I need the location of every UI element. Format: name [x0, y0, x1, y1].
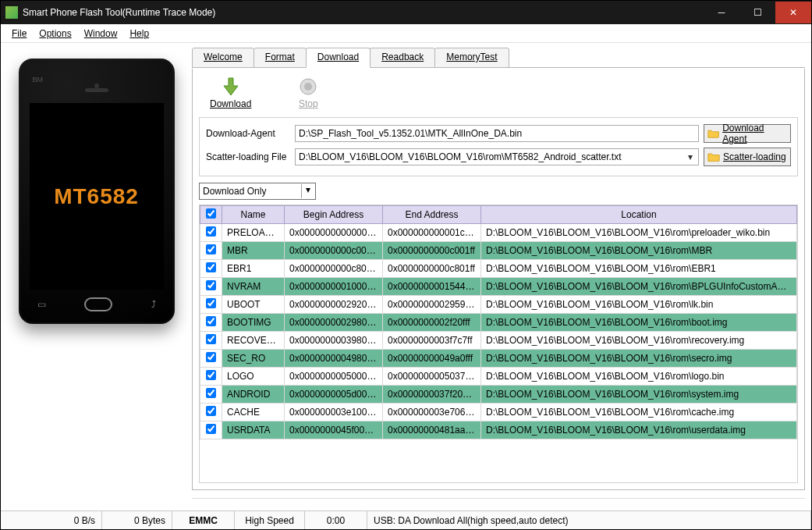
- col-name-header[interactable]: Name: [222, 206, 285, 224]
- row-checkbox[interactable]: [206, 280, 216, 290]
- row-checkbox[interactable]: [206, 244, 216, 254]
- row-checkbox[interactable]: [206, 370, 216, 380]
- menu-window[interactable]: Window: [78, 27, 124, 41]
- row-location: D:\BLOOM_V16\BLOOM_V16\BLOOM_V16\rom\pre…: [481, 224, 797, 242]
- row-end: 0x00000000481aa2af: [383, 422, 481, 439]
- tab-memorytest[interactable]: MemoryTest: [434, 48, 509, 68]
- tab-readback[interactable]: Readback: [370, 48, 435, 68]
- row-end: 0x000000003e706093: [383, 404, 481, 422]
- row-name: PRELOADER: [222, 224, 285, 242]
- row-end: 0x0000000000c801ff: [383, 260, 481, 278]
- chevron-down-icon: ▾: [301, 184, 314, 198]
- row-checkbox[interactable]: [206, 316, 216, 326]
- table-row[interactable]: CACHE 0x000000003e100000 0x000000003e706…: [200, 404, 797, 422]
- row-name: LOGO: [222, 368, 285, 386]
- row-location: D:\BLOOM_V16\BLOOM_V16\BLOOM_V16\rom\sec…: [481, 350, 797, 368]
- scatter-label: Scatter-loading File: [206, 151, 290, 162]
- row-checkbox[interactable]: [206, 388, 216, 398]
- row-name: CACHE: [222, 404, 285, 422]
- row-begin: 0x0000000001000000: [285, 278, 383, 296]
- row-end: 0x0000000003f7c7ff: [383, 332, 481, 350]
- row-begin: 0x0000000000c80000: [285, 260, 383, 278]
- row-begin: 0x0000000002920000: [285, 296, 383, 314]
- row-checkbox[interactable]: [206, 226, 216, 237]
- row-name: RECOVERY: [222, 332, 285, 350]
- row-checkbox[interactable]: [206, 352, 216, 362]
- phone-chip-label: MT6582: [54, 184, 139, 209]
- row-location: D:\BLOOM_V16\BLOOM_V16\BLOOM_V16\rom\cac…: [481, 404, 797, 422]
- close-button[interactable]: ✕: [775, 2, 811, 23]
- row-location: D:\BLOOM_V16\BLOOM_V16\BLOOM_V16\rom\sys…: [481, 386, 797, 404]
- tab-format[interactable]: Format: [254, 48, 307, 68]
- partition-table: Name Begin Address End Address Location …: [199, 205, 798, 483]
- row-location: D:\BLOOM_V16\BLOOM_V16\BLOOM_V16\rom\rec…: [481, 332, 797, 350]
- table-row[interactable]: MBR 0x0000000000c00000 0x0000000000c001f…: [200, 242, 797, 260]
- row-checkbox[interactable]: [206, 298, 216, 308]
- status-time: 0:00: [305, 511, 367, 529]
- menu-file[interactable]: File: [5, 27, 33, 41]
- svg-marker-0: [224, 78, 238, 95]
- col-end-header[interactable]: End Address: [383, 206, 481, 224]
- table-row[interactable]: NVRAM 0x0000000001000000 0x0000000001544…: [200, 278, 797, 296]
- download-agent-button[interactable]: Download Agent: [704, 124, 791, 143]
- table-row[interactable]: RECOVERY 0x0000000003980000 0x0000000003…: [200, 332, 797, 350]
- table-row[interactable]: EBR1 0x0000000000c80000 0x0000000000c801…: [200, 260, 797, 278]
- row-begin: 0x0000000003980000: [285, 332, 383, 350]
- menubar: File Options Window Help: [1, 24, 811, 43]
- download-mode-combo[interactable]: Download Only ▾: [199, 183, 316, 200]
- phone-home-icon: [84, 297, 112, 311]
- phone-brand: BM: [33, 76, 44, 84]
- row-begin: 0x0000000002980000: [285, 314, 383, 332]
- row-name: ANDROID: [222, 386, 285, 404]
- table-row[interactable]: SEC_RO 0x0000000004980000 0x00000000049a…: [200, 350, 797, 368]
- table-row[interactable]: USRDATA 0x0000000045f00000 0x00000000481…: [200, 422, 797, 439]
- row-begin: 0x0000000005d00000: [285, 386, 383, 404]
- row-checkbox[interactable]: [206, 424, 216, 434]
- col-begin-header[interactable]: Begin Address: [285, 206, 383, 224]
- row-begin: 0x0000000004980000: [285, 350, 383, 368]
- minimize-button[interactable]: ─: [704, 2, 739, 23]
- table-row[interactable]: LOGO 0x0000000005000000 0x00000000050373…: [200, 368, 797, 386]
- download-button[interactable]: Download: [210, 76, 251, 109]
- row-location: D:\BLOOM_V16\BLOOM_V16\BLOOM_V16\rom\MBR: [481, 242, 797, 260]
- status-usb: USB: DA Download All(high speed,auto det…: [367, 511, 811, 529]
- statusbar: 0 B/s 0 Bytes EMMC High Speed 0:00 USB: …: [1, 510, 811, 529]
- tab-strip: Welcome Format Download Readback MemoryT…: [192, 48, 805, 68]
- row-begin: 0x0000000005000000: [285, 368, 383, 386]
- sidebar: BM MT6582 ▭ ⤴: [1, 43, 192, 510]
- table-row[interactable]: PRELOADER 0x0000000000000000 0x000000000…: [200, 224, 797, 242]
- row-name: NVRAM: [222, 278, 285, 296]
- row-checkbox[interactable]: [206, 406, 216, 416]
- row-begin: 0x0000000000c00000: [285, 242, 383, 260]
- stop-button-label: Stop: [299, 98, 318, 109]
- table-row[interactable]: UBOOT 0x0000000002920000 0x0000000002959…: [200, 296, 797, 314]
- select-all-checkbox[interactable]: [206, 208, 216, 219]
- scatter-loading-button[interactable]: Scatter-loading: [704, 148, 791, 166]
- row-location: D:\BLOOM_V16\BLOOM_V16\BLOOM_V16\rom\use…: [481, 422, 797, 439]
- download-agent-input[interactable]: [295, 125, 699, 142]
- scatter-file-combo[interactable]: D:\BLOOM_V16\BLOOM_V16\BLOOM_V16\rom\MT6…: [295, 148, 699, 165]
- tab-welcome[interactable]: Welcome: [192, 48, 254, 68]
- row-end: 0x0000000037f20c17: [383, 386, 481, 404]
- table-row[interactable]: ANDROID 0x0000000005d00000 0x0000000037f…: [200, 386, 797, 404]
- phone-preview: BM MT6582 ▭ ⤴: [19, 59, 175, 324]
- row-end: 0x000000000001c17b: [383, 224, 481, 242]
- row-name: UBOOT: [222, 296, 285, 314]
- col-location-header[interactable]: Location: [481, 206, 797, 224]
- status-speed: High Speed: [235, 511, 305, 529]
- table-row[interactable]: BOOTIMG 0x0000000002980000 0x0000000002f…: [200, 314, 797, 332]
- row-checkbox[interactable]: [206, 262, 216, 272]
- row-begin: 0x000000003e100000: [285, 404, 383, 422]
- phone-menu-icon: ▭: [37, 299, 46, 310]
- row-checkbox[interactable]: [206, 334, 216, 344]
- tab-pane-download: Download Stop Download-Agent Download Ag…: [192, 69, 805, 490]
- menu-help[interactable]: Help: [123, 27, 155, 41]
- folder-icon: [707, 151, 720, 162]
- stop-button[interactable]: Stop: [298, 76, 318, 109]
- row-name: BOOTIMG: [222, 314, 285, 332]
- titlebar: Smart Phone Flash Tool(Runtime Trace Mod…: [1, 1, 811, 24]
- row-location: D:\BLOOM_V16\BLOOM_V16\BLOOM_V16\rom\EBR…: [481, 260, 797, 278]
- tab-download[interactable]: Download: [306, 48, 371, 68]
- menu-options[interactable]: Options: [33, 27, 77, 41]
- maximize-button[interactable]: ☐: [739, 2, 775, 23]
